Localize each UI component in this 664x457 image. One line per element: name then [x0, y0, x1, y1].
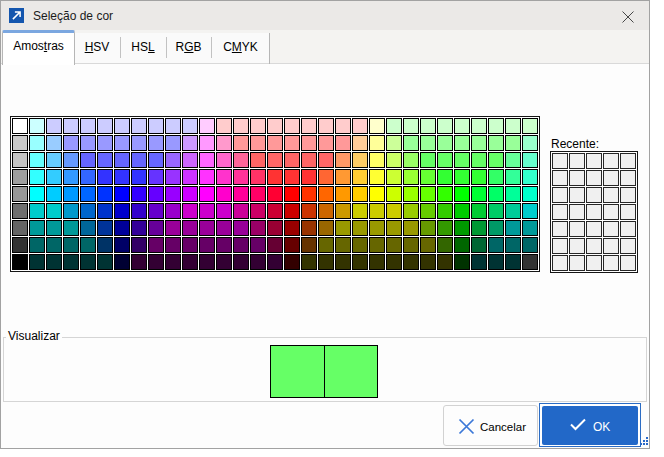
svg-text:OK: OK: [593, 420, 610, 434]
svg-text:Cancelar: Cancelar: [480, 421, 526, 433]
